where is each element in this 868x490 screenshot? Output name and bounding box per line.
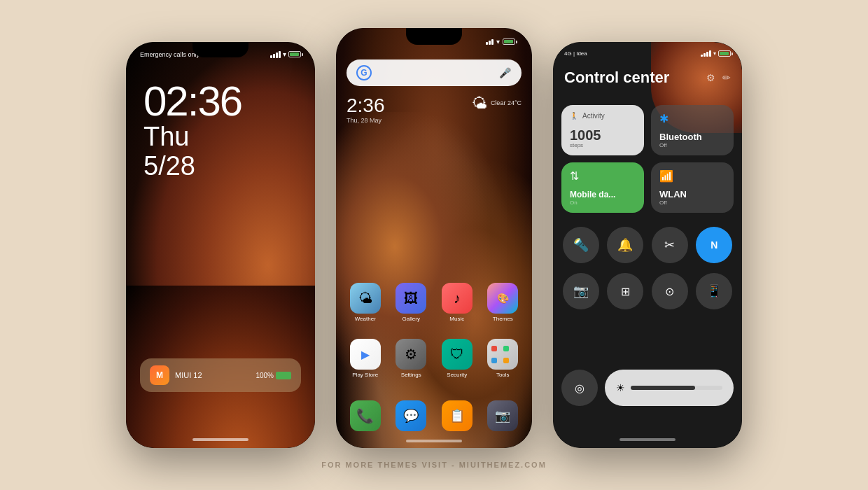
cc-header-icons: ⚙ ✏ <box>706 72 731 83</box>
camera-button[interactable]: 📷 <box>563 273 599 309</box>
dock-row: 📞 💬 📋 📷 <box>346 400 522 431</box>
calculator-button[interactable]: 📱 <box>696 273 732 309</box>
edit-icon[interactable]: ✏ <box>722 72 731 83</box>
phone-3-control-center: 4G | Idea ▾ Control center <box>553 42 742 448</box>
record-button[interactable]: ⊙ <box>652 273 688 309</box>
notch-1 <box>192 42 248 57</box>
battery-percent: 100% <box>255 372 274 379</box>
watermark: FOR MORE THEMES VISIT - MIUITHEMEZ.COM <box>321 461 547 469</box>
app-tools-label: Tools <box>496 372 510 378</box>
app-grid-row2: ▶ Play Store ⚙ Settings 🛡 Security <box>346 339 522 378</box>
app-music-icon: ♪ <box>442 283 472 314</box>
lock-time-display: 02:36 Thu 5/28 <box>144 80 241 181</box>
app-security-label: Security <box>447 372 467 378</box>
app-gallery[interactable]: 🖼 Gallery <box>393 283 430 322</box>
mic-icon[interactable]: 🎤 <box>498 66 512 80</box>
dnd-icon: ◎ <box>575 382 584 395</box>
flashlight-icon: 🔦 <box>573 237 589 253</box>
app-camera-icon: 📷 <box>487 400 518 431</box>
emergency-text: Emergency calls only <box>140 51 200 58</box>
nfc-icon: N <box>710 239 718 251</box>
wifi-icon: ▾ <box>283 50 286 58</box>
app-messages-icon: 💬 <box>396 400 426 431</box>
search-bar[interactable]: G 🎤 <box>346 59 522 86</box>
bluetooth-status: Off <box>659 142 725 148</box>
bluetooth-icon: ✱ <box>659 112 668 125</box>
app-security[interactable]: 🛡 Security <box>438 339 476 378</box>
home-time-widget: 2:36 Thu, 28 May <box>346 94 385 124</box>
nfc-button[interactable]: N <box>696 227 732 263</box>
notification-bar[interactable]: M MIUI 12 100% <box>140 358 301 392</box>
camera-icon: 📷 <box>573 284 589 299</box>
app-weather[interactable]: 🌤 Weather <box>346 283 384 322</box>
brightness-fill <box>631 386 695 390</box>
flashlight-button[interactable]: 🔦 <box>563 227 599 263</box>
app-tools-icon <box>487 339 518 370</box>
weather-sun-icon: 🌤 <box>472 94 487 113</box>
scissors-button[interactable]: ✂ <box>652 227 688 263</box>
home-bar-1[interactable] <box>192 438 248 441</box>
brightness-bar[interactable] <box>631 386 722 390</box>
lock-date: 5/28 <box>144 152 241 181</box>
app-settings[interactable]: ⚙ Settings <box>393 339 430 378</box>
bell-icon: 🔔 <box>617 237 633 253</box>
lock-time: 02:36 <box>144 80 241 122</box>
signal-icon-3 <box>701 50 711 57</box>
app-notes[interactable]: 📋 <box>438 400 476 431</box>
app-tools[interactable]: Tools <box>484 339 522 378</box>
bluetooth-tile[interactable]: ✱ Bluetooth Off <box>651 105 734 155</box>
app-themes[interactable]: 🎨 Themes <box>484 283 522 322</box>
app-messages[interactable]: 💬 <box>393 400 430 431</box>
cc-title: Control center <box>564 69 669 87</box>
cc-icon-row2: 📷 ⊞ ⊙ 📱 <box>561 273 734 309</box>
mobile-data-label: Mobile da... <box>570 190 636 200</box>
battery-icon-3 <box>718 50 731 57</box>
signal-icon-2 <box>486 39 493 45</box>
wlan-icon: 📶 <box>659 169 673 183</box>
battery-icon-1 <box>288 51 301 57</box>
app-music[interactable]: ♪ Music <box>438 283 476 322</box>
home-bar-3[interactable] <box>620 438 676 441</box>
app-playstore[interactable]: ▶ Play Store <box>346 339 384 378</box>
brightness-sun-icon: ☀ <box>616 382 625 393</box>
app-themes-label: Themes <box>493 316 513 322</box>
activity-tile[interactable]: 🚶 Activity 1005 steps <box>561 105 644 155</box>
notif-battery: 100% <box>255 372 291 379</box>
home-date: Thu, 28 May <box>346 117 385 124</box>
mobile-data-tile[interactable]: ⇅ Mobile da... On <box>561 162 644 213</box>
cast-icon: ⊞ <box>621 285 630 298</box>
app-weather-icon: 🌤 <box>350 283 381 314</box>
google-logo: G <box>356 65 372 80</box>
app-playstore-icon: ▶ <box>350 339 381 370</box>
wlan-label: WLAN <box>659 189 725 200</box>
wlan-tile[interactable]: 📶 WLAN Off <box>651 162 734 213</box>
calculator-icon: 📱 <box>706 284 722 299</box>
home-bar-2[interactable] <box>406 440 462 442</box>
cc-tiles-row2: ⇅ Mobile da... On 📶 WLAN Off <box>561 162 734 213</box>
app-weather-label: Weather <box>355 316 376 322</box>
status-bar-3: 4G | Idea ▾ <box>564 50 731 57</box>
notification-button[interactable]: 🔔 <box>607 227 643 263</box>
activity-header: 🚶 Activity <box>570 112 636 120</box>
app-grid-row1: 🌤 Weather 🖼 Gallery ♪ Music 🎨 Themes <box>346 283 522 322</box>
app-themes-icon: 🎨 <box>487 283 518 314</box>
app-phone[interactable]: 📞 <box>346 400 384 431</box>
phone-2-homescreen: ▾ G 🎤 2:36 Thu, 28 May 🌤 Cl <box>336 28 532 448</box>
app-music-label: Music <box>449 316 464 322</box>
cc-bottom-row: ◎ ☀ <box>561 370 734 406</box>
mobile-data-status: On <box>570 200 636 206</box>
brightness-control[interactable]: ☀ <box>605 370 734 406</box>
dnd-button[interactable]: ◎ <box>561 370 598 406</box>
main-container: Emergency calls only ▾ 02:36 <box>126 42 742 448</box>
battery-indicator <box>276 372 291 379</box>
mobile-data-header: ⇅ <box>570 169 636 183</box>
app-camera[interactable]: 📷 <box>484 400 522 431</box>
app-playstore-label: Play Store <box>352 372 378 378</box>
cc-title-row: Control center ⚙ ✏ <box>564 69 731 87</box>
miui-icon: M <box>150 365 169 385</box>
activity-label: Activity <box>582 112 605 120</box>
cast-button[interactable]: ⊞ <box>607 273 643 309</box>
notch-2 <box>406 28 462 45</box>
settings-gear-icon[interactable]: ⚙ <box>706 72 715 83</box>
activity-walk-icon: 🚶 <box>570 112 578 120</box>
